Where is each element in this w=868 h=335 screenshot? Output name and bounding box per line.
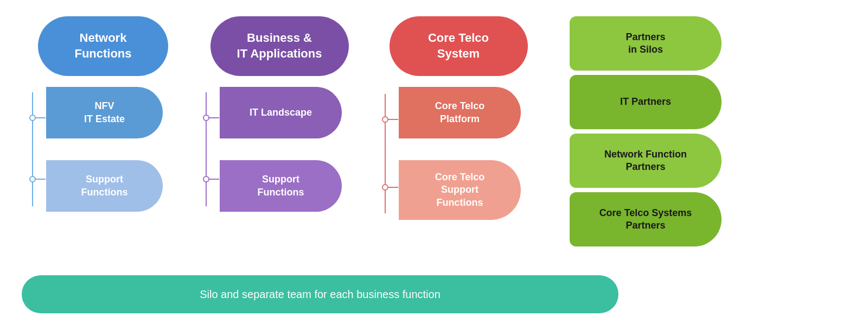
core-telco-platform: Core Telco Platform	[399, 87, 521, 138]
core-telco-support-functions-label: Core Telco Support Functions	[435, 171, 485, 209]
partners-in-silos-label: Partners in Silos	[626, 31, 665, 56]
core-telco-systems-partners-label: Core Telco Systems Partners	[599, 207, 692, 232]
nfv-it-estate: NFV IT Estate	[46, 87, 163, 138]
col2-children: IT Landscape Support Functions	[220, 87, 342, 212]
col1-children: NFV IT Estate Support Functions	[46, 87, 163, 212]
business-it-label: Business & IT Applications	[237, 30, 322, 61]
core-telco-support-functions: Core Telco Support Functions	[399, 160, 521, 220]
bottom-banner-text: Silo and separate team for each business…	[200, 288, 441, 301]
svg-point-9	[203, 176, 209, 182]
col3-children: Core Telco Platform Core Telco Support F…	[399, 87, 521, 220]
it-landscape: IT Landscape	[220, 87, 342, 138]
col2-support-functions-label: Support Functions	[258, 173, 304, 199]
network-function-partners-label: Network Function Partners	[604, 148, 687, 174]
partners-column: Partners in Silos IT Partners Network Fu…	[570, 16, 727, 246]
nfv-it-estate-label: NFV IT Estate	[84, 100, 125, 125]
column-business-it: Business & IT Applications IT Landscape …	[195, 16, 363, 212]
core-telco-systems-partners: Core Telco Systems Partners	[570, 192, 722, 246]
network-functions-label: Network Functions	[74, 30, 131, 61]
svg-point-4	[30, 176, 35, 182]
svg-point-3	[30, 115, 35, 121]
it-partners: IT Partners	[570, 75, 722, 129]
core-telco-system-header: Core Telco System	[390, 16, 528, 76]
col3-connector-svg	[374, 89, 399, 219]
business-it-applications-header: Business & IT Applications	[210, 16, 349, 76]
svg-point-8	[203, 115, 209, 121]
partners-in-silos: Partners in Silos	[570, 16, 722, 71]
it-landscape-label: IT Landscape	[250, 106, 312, 119]
network-functions-header: Network Functions	[38, 16, 168, 76]
network-function-partners: Network Function Partners	[570, 134, 722, 188]
bottom-banner: Silo and separate team for each business…	[22, 275, 618, 313]
core-telco-label: Core Telco System	[428, 30, 489, 61]
column-core-telco: Core Telco System Core Telco Platform Co…	[374, 16, 542, 220]
col1-support-functions-label: Support Functions	[81, 173, 128, 199]
col2-support-functions: Support Functions	[220, 160, 342, 212]
col2-connector-svg	[195, 87, 220, 212]
svg-point-13	[382, 117, 388, 122]
col1-connector-svg	[22, 87, 46, 212]
core-telco-platform-label: Core Telco Platform	[435, 100, 485, 125]
it-partners-label: IT Partners	[620, 96, 671, 108]
column-network-functions: Network Functions NFV IT Estate	[22, 16, 184, 212]
svg-point-14	[382, 185, 388, 190]
col1-support-functions: Support Functions	[46, 160, 163, 212]
